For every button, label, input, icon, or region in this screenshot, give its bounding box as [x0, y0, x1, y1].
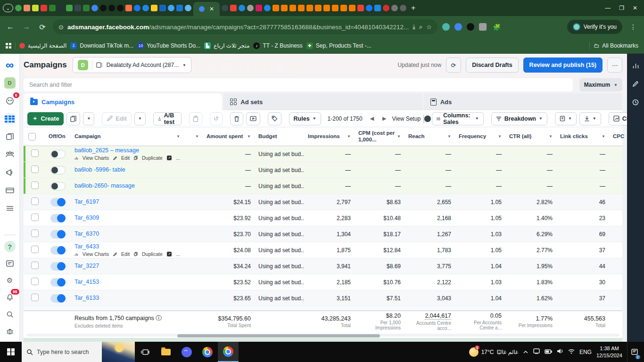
tab-favicon[interactable] — [100, 5, 107, 11]
battery-icon[interactable] — [545, 349, 552, 355]
duplicate-action[interactable]: Duplicate — [142, 251, 163, 257]
col-impressions[interactable]: Impressions▼ — [304, 132, 355, 140]
tab-favicon[interactable] — [176, 5, 183, 11]
bookmark-item[interactable]: ♪TT - Z Business — [253, 42, 302, 49]
search-tabs-icon[interactable]: ⌕ — [419, 23, 422, 31]
help-icon[interactable]: ? — [4, 241, 16, 252]
select-all-checkbox[interactable] — [24, 132, 45, 141]
tab-favicon[interactable] — [281, 5, 288, 11]
extension-icon[interactable] — [467, 23, 474, 31]
tab-favicon[interactable] — [168, 5, 174, 11]
table-row[interactable]: ba6lob_2625 – message View Charts Edit D… — [24, 146, 622, 162]
col-frequency[interactable]: Frequency▼ — [455, 132, 505, 140]
campaign-toggle[interactable] — [50, 278, 66, 287]
view-charts-action[interactable]: View Charts — [83, 155, 109, 161]
sidebar-item-advertise[interactable] — [4, 167, 16, 178]
campaign-link[interactable]: Tar_6197 — [74, 198, 180, 206]
tab-ads[interactable]: Ads — [424, 93, 622, 110]
tab-ad-sets[interactable]: Ad sets — [223, 93, 422, 110]
sidebar-item-audiences[interactable] — [4, 149, 16, 160]
table-row[interactable]: Tar_6370 $23.70 Using ad set bud... 1,30… — [24, 226, 622, 242]
settings-gear-icon[interactable]: ⚙ — [4, 275, 16, 286]
campaign-link[interactable]: Tar_3227 — [74, 263, 180, 270]
tab-favicon[interactable] — [134, 5, 140, 11]
pin-action-icon[interactable]: ↗ — [167, 252, 172, 256]
tab-campaigns[interactable]: Campaigns — [24, 93, 222, 110]
bug-report-icon[interactable] — [4, 326, 16, 337]
campaign-link[interactable]: ba6lob_2625 – message — [74, 147, 180, 154]
duplicate-button[interactable] — [66, 112, 80, 125]
insights-chart-icon[interactable] — [632, 62, 639, 70]
col-link-clicks[interactable]: Link clicks▼ — [556, 132, 609, 140]
campaign-link[interactable]: Tar_6133 — [74, 295, 180, 302]
browser-menu-icon[interactable]: ⋮ — [627, 23, 639, 31]
close-window-button[interactable]: ✕ — [633, 5, 637, 11]
tab-favicon[interactable] — [298, 5, 305, 11]
chevron-down-icon[interactable]: ⌄ — [3, 4, 13, 12]
table-row[interactable]: Tar_6433 View Charts Edit Duplicate ↗ ..… — [24, 242, 622, 258]
tab-favicon[interactable] — [230, 5, 237, 11]
weather-widget[interactable]: 1 17°C غائم غالبًا — [469, 347, 518, 357]
export-button[interactable]: ▼ — [579, 112, 601, 125]
undo-button[interactable]: ↺ — [210, 112, 222, 125]
tab-favicon[interactable] — [151, 5, 157, 11]
campaign-link[interactable]: Tar_6433 — [74, 243, 180, 250]
tab-favicon[interactable] — [400, 5, 406, 11]
tray-chevron-up-icon[interactable] — [523, 349, 528, 355]
row-checkbox[interactable] — [24, 246, 45, 255]
tab-favicon[interactable] — [323, 5, 330, 11]
new-tab-button[interactable]: + — [411, 4, 415, 12]
campaign-toggle[interactable] — [50, 150, 66, 158]
scrollbar-thumb[interactable] — [177, 334, 380, 337]
breakdown-button[interactable]: Breakdown▼ — [491, 112, 547, 125]
file-explorer-button[interactable] — [156, 342, 176, 362]
clock[interactable]: 1:38 AM 12/15/2024 — [596, 345, 622, 359]
pin-action-icon[interactable]: ↗ — [167, 156, 172, 160]
columns-button[interactable]: Columns: Sales▼ — [432, 112, 484, 125]
bookmark-item[interactable]: ▙متجر ثلاث ارباع — [204, 42, 249, 49]
discord-button[interactable] — [176, 342, 197, 362]
profile-verify-button[interactable]: Verify it's you — [567, 20, 622, 34]
start-button[interactable] — [0, 342, 22, 362]
tab-favicon[interactable] — [108, 5, 115, 11]
edit-dropdown[interactable]: ▼ — [134, 112, 146, 125]
col-budget[interactable]: Budget — [255, 132, 304, 140]
apps-grid-icon[interactable] — [6, 43, 11, 49]
account-avatar[interactable]: D — [4, 77, 16, 89]
all-tools-menu-icon[interactable] — [4, 203, 16, 214]
campaign-toggle[interactable] — [50, 262, 66, 271]
col-attribution[interactable]: ▼ — [184, 133, 203, 140]
row-checkbox[interactable] — [24, 214, 45, 222]
tab-favicon[interactable] — [391, 5, 398, 11]
review-publish-button[interactable]: Review and publish (15) — [523, 58, 603, 73]
table-row[interactable]: Tar_4153 $23.52 Using ad set bud... 2,18… — [24, 274, 622, 290]
task-view-button[interactable] — [135, 342, 156, 362]
tab-favicon[interactable] — [272, 5, 279, 11]
refresh-button[interactable]: ⟳ — [446, 58, 461, 73]
tab-favicon[interactable] — [159, 5, 166, 11]
campaign-link[interactable]: Tar_4153 — [74, 279, 180, 286]
extension-icon[interactable] — [479, 23, 487, 31]
edit-action[interactable]: Edit — [121, 155, 130, 161]
tab-favicon[interactable] — [142, 5, 149, 11]
campaign-toggle[interactable] — [50, 246, 66, 255]
chrome-button[interactable] — [197, 342, 218, 362]
table-row[interactable]: Tar_6197 $24.15 Using ad set bud... 2,79… — [24, 194, 622, 210]
more-actions[interactable]: ... — [176, 155, 180, 161]
tab-favicon[interactable] — [289, 5, 296, 11]
next-page-icon[interactable]: ▶ — [380, 115, 389, 122]
tab-favicon[interactable] — [32, 5, 39, 11]
account-switch-icon[interactable]: 6 — [4, 95, 16, 107]
bookmark-item[interactable]: الصفحة الرئيسية — [19, 42, 66, 49]
more-actions[interactable]: ... — [176, 251, 180, 257]
tab-favicon[interactable] — [357, 5, 364, 11]
active-tab[interactable]: ✕ — [193, 2, 220, 16]
col-off-on[interactable]: Off/On — [45, 132, 71, 140]
row-checkbox[interactable] — [24, 294, 45, 303]
campaign-toggle[interactable] — [50, 214, 66, 222]
info-icon[interactable]: ⓘ — [156, 315, 162, 321]
view-setup-toggle[interactable] — [423, 115, 424, 123]
campaign-link[interactable]: ba6lob -5996- table — [74, 166, 180, 173]
table-row[interactable]: ba6lob -5996- table — Using ad set bud..… — [24, 162, 622, 178]
search-icon[interactable] — [4, 309, 16, 320]
